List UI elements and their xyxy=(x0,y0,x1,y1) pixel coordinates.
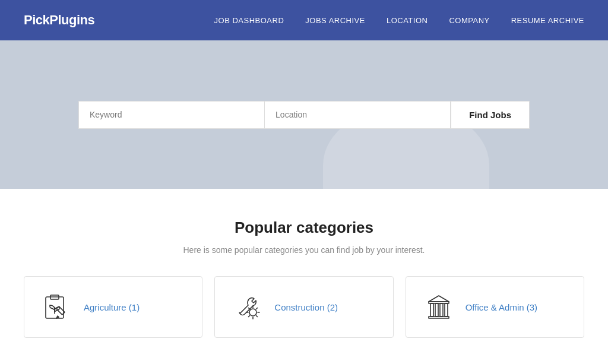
svg-rect-9 xyxy=(435,303,438,316)
svg-rect-8 xyxy=(430,303,433,316)
svg-rect-10 xyxy=(440,303,443,316)
main-header: PickPlugins JOB DASHBOARD JOBS ARCHIVE L… xyxy=(0,0,608,40)
keyword-input[interactable] xyxy=(78,101,264,129)
nav-location[interactable]: LOCATION xyxy=(387,16,428,25)
categories-section: Popular categories Here is some popular … xyxy=(0,189,608,362)
nav-jobs-archive[interactable]: JOBS ARCHIVE xyxy=(305,16,365,25)
agriculture-icon xyxy=(41,291,73,323)
svg-marker-5 xyxy=(429,296,449,302)
main-nav: JOB DASHBOARD JOBS ARCHIVE LOCATION COMP… xyxy=(214,15,584,26)
category-agriculture[interactable]: Agriculture (1) xyxy=(24,276,202,338)
svg-rect-11 xyxy=(445,303,448,316)
category-construction-label: Construction (2) xyxy=(274,302,338,312)
construction-icon xyxy=(232,291,264,323)
search-bar: Find Jobs xyxy=(78,101,530,129)
nav-resume-archive[interactable]: RESUME ARCHIVE xyxy=(511,16,584,25)
find-jobs-button[interactable]: Find Jobs xyxy=(451,101,530,129)
categories-title: Popular categories xyxy=(24,219,584,237)
hero-section: Find Jobs xyxy=(0,40,608,189)
category-office-label: Office & Admin (3) xyxy=(466,302,537,312)
nav-job-dashboard[interactable]: JOB DASHBOARD xyxy=(214,16,284,25)
nav-company[interactable]: COMPANY xyxy=(449,16,489,25)
office-icon xyxy=(423,291,455,323)
category-agriculture-label: Agriculture (1) xyxy=(84,302,140,312)
logo[interactable]: PickPlugins xyxy=(24,12,94,28)
categories-subtitle: Here is some popular categories you can … xyxy=(24,245,584,255)
location-input[interactable] xyxy=(264,101,451,129)
svg-point-4 xyxy=(249,309,256,316)
category-office-admin[interactable]: Office & Admin (3) xyxy=(406,276,584,338)
category-construction[interactable]: Construction (2) xyxy=(214,276,393,338)
categories-grid: Agriculture (1) Construction (2) xyxy=(24,276,584,338)
